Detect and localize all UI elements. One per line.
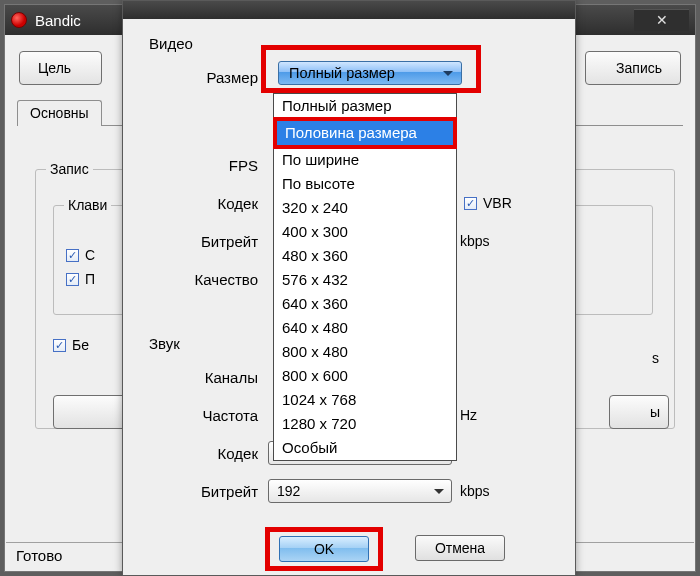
cancel-button-label: Отмена [435,540,485,556]
highlight-size-combo: Полный размер [261,45,481,93]
record-button[interactable]: Запись [585,51,681,85]
ok-button[interactable]: OK [279,536,369,562]
size-dropdown[interactable]: Полный размер Половина размера По ширине… [273,93,457,461]
group-keys-label: Клави [64,197,111,213]
size-option[interactable]: Особый [274,436,456,460]
peek-s: s [652,350,659,366]
row-nosound: Бе [53,337,89,353]
label-size: Размер [123,69,268,86]
section-sound: Звук [149,335,180,352]
highlight-half-size-option: Половина размера [273,117,457,149]
unit-abitrate: kbps [460,483,490,499]
checkbox-option-p-label: П [85,271,95,287]
toolbar-right-button[interactable]: ы [609,395,669,429]
checkbox-nosound[interactable] [53,339,66,352]
format-dialog: Видео Звук Размер Полный размер FPS Коде… [122,0,576,576]
section-video: Видео [149,35,193,52]
label-abitrate: Битрейт [123,483,268,500]
size-option[interactable]: 400 x 300 [274,220,456,244]
target-button[interactable]: Цель [19,51,102,85]
size-combo[interactable]: Полный размер [278,61,462,85]
size-option[interactable]: 1024 x 768 [274,388,456,412]
tab-main[interactable]: Основны [17,100,102,126]
size-option[interactable]: 320 x 240 [274,196,456,220]
size-option[interactable]: 1280 x 720 [274,412,456,436]
checkbox-vbr[interactable] [464,197,477,210]
label-vbr: VBR [483,195,512,211]
label-fps: FPS [123,157,268,174]
checkbox-option-p[interactable] [66,273,79,286]
label-vcodec: Кодек [123,195,268,212]
checkbox-option-c[interactable] [66,249,79,262]
size-option[interactable]: Полный размер [274,94,456,118]
size-option[interactable]: По ширине [274,148,456,172]
label-channels: Каналы [123,369,268,386]
label-quality: Качество [123,271,268,288]
record-icon [11,12,27,28]
size-option[interactable]: 576 x 432 [274,268,456,292]
abitrate-combo[interactable]: 192 [268,479,452,503]
row-abitrate: Битрейт 192 kbps [123,477,575,505]
close-button[interactable]: ✕ [634,9,689,31]
checkbox-option-c-label: С [85,247,95,263]
size-option[interactable]: 640 x 360 [274,292,456,316]
abitrate-combo-value: 192 [277,483,300,499]
size-option[interactable]: 800 x 480 [274,340,456,364]
highlight-ok-button: OK [265,527,383,571]
label-vbitrate: Битрейт [123,233,268,250]
toolbar-right-button-frag: ы [650,404,660,420]
size-combo-value: Полный размер [289,65,395,81]
unit-freq: Hz [460,407,477,423]
label-freq: Частота [123,407,268,424]
unit-vbitrate: kbps [460,233,490,249]
group-record-label: Запис [46,161,93,177]
dialog-titlebar [123,1,575,19]
size-option[interactable]: 640 x 480 [274,316,456,340]
label-acodec: Кодек [123,445,268,462]
size-option[interactable]: 480 x 360 [274,244,456,268]
ok-button-label: OK [314,541,334,557]
cancel-button[interactable]: Отмена [415,535,505,561]
status-text: Готово [16,547,62,564]
size-option[interactable]: 800 x 600 [274,364,456,388]
checkbox-nosound-label: Бе [72,337,89,353]
size-option[interactable]: Половина размера [277,121,453,145]
size-option[interactable]: По высоте [274,172,456,196]
